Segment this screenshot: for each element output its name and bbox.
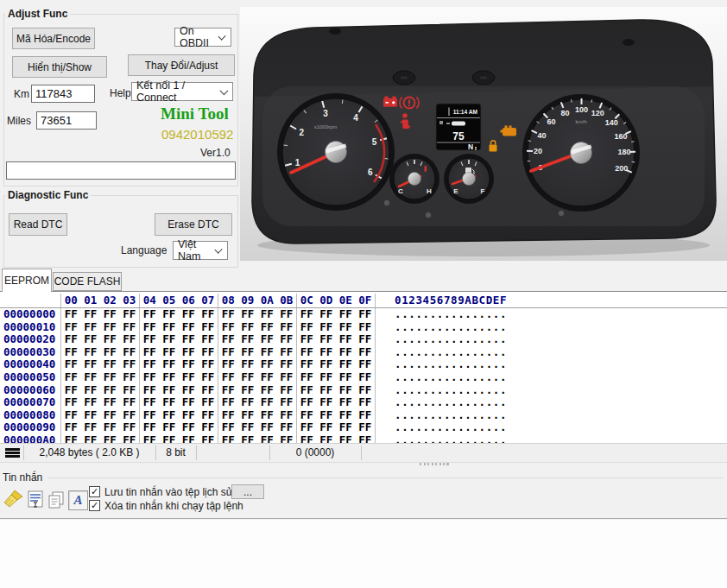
hex-byte-cell[interactable]: FF <box>238 384 258 397</box>
hex-byte-cell[interactable]: FF <box>160 321 180 334</box>
tab-eeprom[interactable]: EEPROM <box>2 269 52 292</box>
hex-byte-cell[interactable]: FF <box>81 321 101 334</box>
hex-byte-cell[interactable]: FF <box>120 384 140 397</box>
hex-byte-cell[interactable]: FF <box>257 421 277 434</box>
hex-ascii-cell[interactable]: ................ <box>395 308 507 321</box>
hex-byte-cell[interactable]: FF <box>179 333 199 346</box>
hex-byte-cell[interactable]: FF <box>199 421 218 434</box>
hex-byte-cell[interactable]: FF <box>218 409 238 422</box>
hex-byte-cell[interactable]: FF <box>100 371 120 384</box>
hex-ascii-cell[interactable]: ................ <box>395 358 507 371</box>
hex-byte-cell[interactable]: FF <box>356 333 376 346</box>
hex-byte-cell[interactable]: FF <box>257 321 277 334</box>
hex-byte-cell[interactable]: FF <box>179 308 199 321</box>
hex-byte-cell[interactable]: FF <box>356 384 376 397</box>
hex-byte-cell[interactable]: FF <box>100 308 120 321</box>
hex-byte-cell[interactable]: FF <box>356 346 376 359</box>
miles-input[interactable] <box>36 111 97 130</box>
hex-byte-cell[interactable]: FF <box>277 371 297 384</box>
hex-byte-cell[interactable]: FF <box>297 421 317 434</box>
hex-byte-cell[interactable]: FF <box>238 396 258 409</box>
hex-byte-cell[interactable]: FF <box>238 371 258 384</box>
change-adjust-button[interactable]: Thay Đổi/Adjust <box>128 54 235 76</box>
hex-byte-cell[interactable]: FF <box>100 333 120 346</box>
hex-byte-cell[interactable]: FF <box>238 409 258 422</box>
hex-byte-cell[interactable]: FF <box>218 396 238 409</box>
hex-byte-cell[interactable]: FF <box>179 409 199 422</box>
hex-byte-cell[interactable]: FF <box>238 346 258 359</box>
hex-byte-cell[interactable]: FF <box>257 409 277 422</box>
hex-byte-cell[interactable]: FF <box>257 384 277 397</box>
hex-byte-cell[interactable]: FF <box>120 333 140 346</box>
font-icon[interactable]: A <box>68 490 88 510</box>
hex-byte-cell[interactable]: FF <box>238 333 258 346</box>
hex-byte-cell[interactable]: FF <box>160 371 180 384</box>
hex-byte-cell[interactable]: FF <box>81 384 101 397</box>
show-button[interactable]: Hiển thị/Show <box>12 56 107 78</box>
hex-byte-cell[interactable]: FF <box>297 308 317 321</box>
hex-byte-cell[interactable]: FF <box>199 384 218 397</box>
hex-byte-cell[interactable]: FF <box>61 421 81 434</box>
hex-byte-cell[interactable]: FF <box>81 409 101 422</box>
hex-byte-cell[interactable]: FF <box>317 346 337 359</box>
hex-byte-cell[interactable]: FF <box>160 308 180 321</box>
hex-byte-cell[interactable]: FF <box>297 409 317 422</box>
hex-byte-cell[interactable]: FF <box>356 358 376 371</box>
hex-byte-cell[interactable]: FF <box>297 396 317 409</box>
hex-byte-cell[interactable]: FF <box>297 346 317 359</box>
hex-byte-cell[interactable]: FF <box>218 358 238 371</box>
hex-byte-cell[interactable]: FF <box>61 346 81 359</box>
hex-byte-cell[interactable]: FF <box>238 308 258 321</box>
hex-byte-cell[interactable]: FF <box>277 384 297 397</box>
hex-byte-cell[interactable]: FF <box>297 321 317 334</box>
hex-byte-cell[interactable]: FF <box>277 346 297 359</box>
hex-byte-cell[interactable]: FF <box>61 409 81 422</box>
script-icon[interactable] <box>27 490 45 509</box>
hex-byte-cell[interactable]: FF <box>336 333 356 346</box>
hex-byte-cell[interactable]: FF <box>297 384 317 397</box>
hex-ascii-cell[interactable]: ................ <box>395 346 507 359</box>
hex-byte-cell[interactable]: FF <box>100 409 120 422</box>
hex-byte-cell[interactable]: FF <box>160 346 180 359</box>
hex-byte-cell[interactable]: FF <box>218 421 238 434</box>
hex-byte-cell[interactable]: FF <box>218 384 238 397</box>
hex-ascii-cell[interactable]: ................ <box>395 409 507 422</box>
hex-byte-cell[interactable]: FF <box>140 396 160 409</box>
hex-byte-cell[interactable]: FF <box>140 358 160 371</box>
hex-byte-cell[interactable]: FF <box>179 396 199 409</box>
hex-byte-cell[interactable]: FF <box>336 308 356 321</box>
broom-icon[interactable] <box>3 488 25 510</box>
hex-byte-cell[interactable]: FF <box>140 308 160 321</box>
hex-byte-cell[interactable]: FF <box>179 358 199 371</box>
hex-byte-cell[interactable]: FF <box>277 421 297 434</box>
hex-byte-cell[interactable]: FF <box>238 421 258 434</box>
hex-byte-cell[interactable]: FF <box>160 358 180 371</box>
obd-combo[interactable]: On OBDII <box>174 28 231 47</box>
hex-byte-cell[interactable]: FF <box>120 371 140 384</box>
hex-byte-cell[interactable]: FF <box>140 321 160 334</box>
hex-byte-cell[interactable]: FF <box>81 358 101 371</box>
hex-byte-cell[interactable]: FF <box>257 333 277 346</box>
hex-byte-cell[interactable]: FF <box>356 321 376 334</box>
save-history-checkbox[interactable]: ✓ <box>89 486 100 497</box>
clear-on-run-checkbox[interactable]: ✓ <box>89 500 100 511</box>
hex-byte-cell[interactable]: FF <box>160 384 180 397</box>
hex-byte-cell[interactable]: FF <box>120 421 140 434</box>
hex-byte-cell[interactable]: FF <box>356 409 376 422</box>
hex-byte-cell[interactable]: FF <box>61 384 81 397</box>
hex-byte-cell[interactable]: FF <box>81 421 101 434</box>
hex-byte-cell[interactable]: FF <box>356 371 376 384</box>
read-dtc-button[interactable]: Read DTC <box>9 213 67 236</box>
hex-ascii-cell[interactable]: ................ <box>395 333 507 346</box>
hex-byte-cell[interactable]: FF <box>336 321 356 334</box>
tab-code-flash[interactable]: CODE FLASH <box>53 272 122 291</box>
hex-byte-cell[interactable]: FF <box>120 321 140 334</box>
hex-byte-cell[interactable]: FF <box>277 321 297 334</box>
erase-dtc-button[interactable]: Erase DTC <box>155 213 232 236</box>
result-input[interactable] <box>6 161 236 180</box>
hex-byte-cell[interactable]: FF <box>317 396 337 409</box>
hex-byte-cell[interactable]: FF <box>160 396 180 409</box>
hex-byte-cell[interactable]: FF <box>199 371 218 384</box>
hex-byte-cell[interactable]: FF <box>179 421 199 434</box>
hex-byte-cell[interactable]: FF <box>257 308 277 321</box>
